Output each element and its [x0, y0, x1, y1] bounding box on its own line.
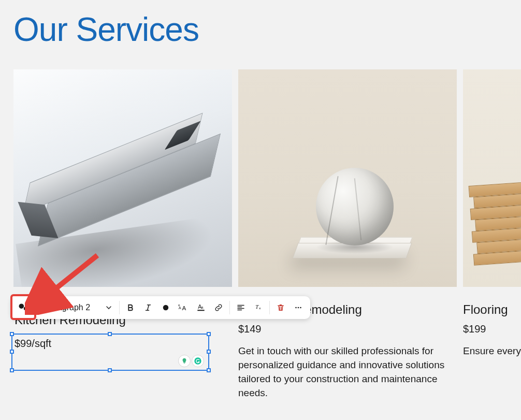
- resize-handle[interactable]: [10, 332, 14, 336]
- svg-point-12: [300, 307, 301, 309]
- bold-icon: [126, 303, 135, 312]
- delete-button[interactable]: [272, 299, 290, 316]
- font-size-icon: A A: [178, 303, 189, 312]
- text-color-icon: A a: [196, 303, 206, 312]
- svg-text:A: A: [179, 306, 181, 310]
- svg-point-10: [295, 307, 297, 309]
- svg-point-14: [194, 357, 201, 364]
- font-size-button[interactable]: A A: [175, 299, 192, 316]
- service-price-kitchen[interactable]: $99/sqft: [12, 335, 208, 353]
- svg-text:T: T: [255, 303, 259, 310]
- resize-handle[interactable]: [108, 332, 112, 336]
- lightbulb-icon: [181, 357, 188, 365]
- align-left-icon: [236, 303, 245, 312]
- service-price-bathroom[interactable]: $149: [238, 323, 457, 335]
- trash-icon: [276, 303, 285, 312]
- svg-text:a: a: [201, 306, 204, 310]
- grammarly-icon: [194, 357, 202, 365]
- grammarly-bubble[interactable]: [192, 355, 204, 367]
- resize-handle[interactable]: [10, 368, 14, 372]
- clear-format-button[interactable]: T ×: [250, 299, 267, 316]
- ai-sparkle-button[interactable]: [10, 294, 36, 320]
- italic-button[interactable]: [139, 299, 157, 316]
- svg-point-11: [298, 307, 299, 309]
- more-horizontal-icon: [294, 303, 303, 312]
- service-desc-flooring[interactable]: Ensure every project meets top safety st…: [463, 344, 521, 358]
- resize-handle[interactable]: [108, 368, 112, 372]
- suggestion-bubble[interactable]: [178, 355, 191, 367]
- service-title-flooring[interactable]: Flooring: [463, 302, 521, 317]
- resize-handle[interactable]: [207, 368, 211, 372]
- text-style-label: Paragraph 2: [45, 303, 90, 312]
- svg-rect-13: [184, 363, 185, 364]
- italic-icon: [143, 303, 153, 312]
- bold-button[interactable]: [122, 299, 139, 316]
- ai-sparkle-icon: [18, 301, 29, 313]
- service-image-bathroom[interactable]: [238, 69, 457, 287]
- clear-format-icon: T ×: [254, 303, 263, 312]
- assist-bubbles: [178, 355, 204, 367]
- align-button[interactable]: [232, 299, 250, 316]
- service-card-flooring: Flooring $199 Ensure every project meets…: [463, 69, 521, 400]
- service-card-bathroom: Bathroom Remodeling $149 Get in touch wi…: [238, 69, 457, 400]
- color-dot-icon: [161, 303, 170, 312]
- resize-handle[interactable]: [207, 332, 211, 336]
- svg-text:A: A: [182, 305, 186, 311]
- service-image-kitchen[interactable]: [13, 69, 232, 287]
- text-toolbar: Paragraph 2 A A A a T ×: [11, 296, 310, 319]
- text-style-select[interactable]: Paragraph 2: [38, 296, 117, 319]
- resize-handle[interactable]: [207, 350, 211, 354]
- svg-point-0: [19, 303, 24, 309]
- link-button[interactable]: [210, 299, 227, 316]
- color-button[interactable]: [157, 299, 175, 316]
- resize-handle[interactable]: [10, 350, 14, 354]
- svg-point-2: [163, 305, 169, 311]
- chevron-down-icon: [106, 305, 112, 311]
- link-icon: [213, 303, 224, 312]
- service-image-flooring[interactable]: [463, 69, 521, 287]
- service-price-flooring[interactable]: $199: [463, 323, 521, 335]
- text-color-button[interactable]: A a: [192, 299, 210, 316]
- more-button[interactable]: [290, 299, 307, 316]
- service-desc-bathroom[interactable]: Get in touch with our skilled profession…: [238, 344, 457, 400]
- page-title: Our Services: [13, 10, 521, 49]
- svg-text:×: ×: [259, 307, 261, 310]
- svg-rect-7: [197, 310, 204, 311]
- svg-point-1: [24, 307, 27, 310]
